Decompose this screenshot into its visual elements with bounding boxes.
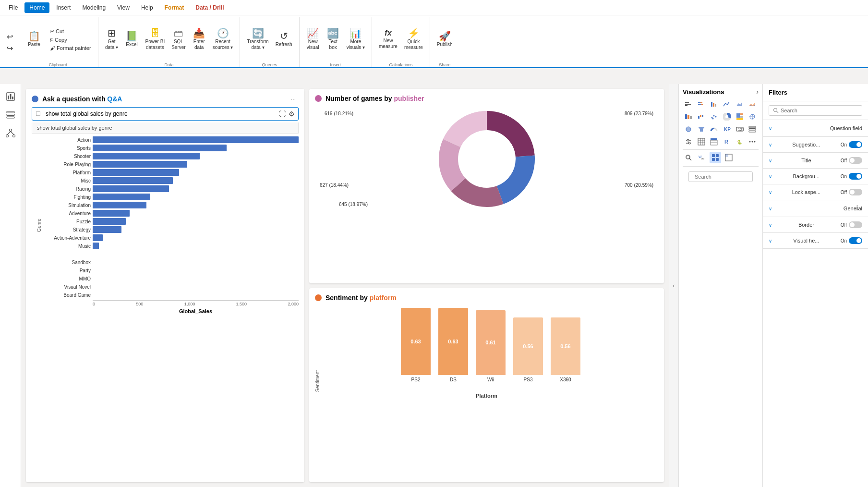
menu-format[interactable]: Format bbox=[160, 2, 189, 13]
viz-icon-line[interactable] bbox=[721, 98, 733, 110]
svg-rect-83 bbox=[712, 158, 715, 161]
menu-view[interactable]: View bbox=[112, 2, 134, 13]
excel-button[interactable]: 📗 Excel bbox=[122, 30, 142, 49]
bar-label: Visual Novel bbox=[40, 284, 91, 290]
new-measure-button[interactable]: fx Newmeasure bbox=[376, 28, 400, 51]
filters-search-input[interactable] bbox=[781, 108, 858, 113]
viz-icon-map[interactable] bbox=[747, 111, 758, 122]
viz-icon-slicer[interactable] bbox=[683, 136, 694, 147]
power-bi-datasets-button[interactable]: 🗄 Power BIdatasets bbox=[143, 27, 168, 52]
viz-icon-scatter[interactable] bbox=[708, 111, 720, 122]
qa-share-icon[interactable]: ⛶ bbox=[279, 110, 286, 118]
publish-button[interactable]: 🚀 Publish bbox=[434, 30, 456, 49]
viz-icon-treemap[interactable] bbox=[734, 111, 746, 122]
refresh-button[interactable]: ↺ Refresh bbox=[273, 30, 295, 49]
filters-search-icon bbox=[773, 108, 779, 113]
viz-icon-python[interactable]: 🐍 bbox=[734, 136, 746, 147]
panel-collapse-button[interactable]: ‹ bbox=[669, 84, 678, 487]
copy-button[interactable]: ⎘ Copy bbox=[47, 36, 94, 44]
viz-icon-more[interactable] bbox=[747, 136, 758, 147]
viz-icon-table[interactable] bbox=[696, 136, 707, 147]
text-box-button[interactable]: 🔤 Textbox bbox=[324, 27, 343, 52]
enter-data-button[interactable]: 📥 Enterdata bbox=[190, 27, 209, 52]
viz-icon-waterfall[interactable] bbox=[696, 111, 707, 122]
toggle-switch-border[interactable] bbox=[849, 221, 862, 228]
filter-general-row[interactable]: ∨ General bbox=[769, 204, 862, 213]
qa-suggestion[interactable]: show total global sales by genre bbox=[32, 122, 299, 134]
viz-icon-stacked-area[interactable] bbox=[747, 98, 758, 110]
menu-file[interactable]: File bbox=[4, 2, 23, 13]
quick-measure-button[interactable]: ⚡ Quickmeasure bbox=[401, 27, 426, 52]
transform-data-button[interactable]: 🔄 Transformdata ▾ bbox=[244, 27, 271, 52]
calculations-buttons: fx Newmeasure ⚡ Quickmeasure bbox=[376, 17, 426, 61]
menu-modeling[interactable]: Modeling bbox=[77, 2, 110, 13]
insert-buttons: 📈 Newvisual 🔤 Textbox 📊 Morevisuals ▾ bbox=[303, 17, 368, 61]
viz-icon-grid-2[interactable] bbox=[723, 152, 735, 163]
viz-icon-card[interactable]: 123 bbox=[734, 123, 746, 135]
sentiment-bar-ds: 0.63 bbox=[438, 308, 468, 375]
viz-icon-word-cloud[interactable]: Word bbox=[696, 152, 708, 163]
filter-lock-aspect-value: Off bbox=[841, 190, 847, 195]
bar-label: MMO bbox=[40, 276, 91, 281]
filter-background-toggle[interactable]: On bbox=[841, 173, 862, 180]
undo-button[interactable]: ↩ bbox=[5, 31, 15, 42]
toggle-switch-visual-header[interactable] bbox=[849, 237, 862, 244]
sql-icon: 🗃 bbox=[174, 28, 183, 38]
viz-panel-expand-icon[interactable]: › bbox=[756, 88, 759, 96]
get-data-button[interactable]: ⊞ Getdata ▾ bbox=[102, 27, 121, 52]
redo-button[interactable]: ↪ bbox=[5, 43, 15, 54]
menu-home[interactable]: Home bbox=[24, 2, 49, 13]
table-row: MMO bbox=[40, 275, 299, 282]
sidebar-icon-report[interactable] bbox=[2, 88, 19, 105]
bar-container bbox=[93, 136, 299, 143]
sentiment-bar-ps3: 0.56 bbox=[513, 317, 543, 375]
filter-border-toggle[interactable]: Off bbox=[841, 221, 862, 228]
new-visual-button[interactable]: 📈 Newvisual bbox=[303, 27, 323, 52]
filter-lock-aspect-toggle[interactable]: Off bbox=[841, 189, 862, 195]
svg-rect-45 bbox=[736, 113, 740, 118]
qa-settings-icon[interactable]: ⚙ bbox=[289, 110, 295, 118]
viz-icon-matrix[interactable] bbox=[708, 136, 720, 147]
qa-more-button[interactable]: ··· bbox=[288, 95, 299, 103]
toggle-switch-lock[interactable] bbox=[849, 189, 862, 195]
viz-icon-gauge[interactable] bbox=[708, 123, 720, 135]
recent-sources-button[interactable]: 🕐 Recentsources ▾ bbox=[210, 27, 236, 52]
qa-search-input[interactable] bbox=[32, 107, 299, 121]
viz-icon-r-visual[interactable]: R bbox=[721, 136, 733, 147]
svg-rect-22 bbox=[698, 102, 700, 103]
toggle-switch-suggestions[interactable] bbox=[849, 141, 862, 148]
publisher-card-header: Number of games by publisher bbox=[315, 95, 658, 102]
menu-data-drill[interactable]: Data / Drill bbox=[191, 2, 229, 13]
filter-title-toggle[interactable]: Off bbox=[841, 157, 862, 164]
viz-icon-funnel[interactable] bbox=[696, 123, 707, 135]
bar-container bbox=[93, 202, 299, 208]
enter-data-icon: 📥 bbox=[193, 28, 205, 38]
cut-button[interactable]: ✂ Cut bbox=[47, 27, 94, 36]
viz-icon-pie[interactable] bbox=[721, 111, 733, 122]
filter-question-field-row[interactable]: ∨ Question field bbox=[769, 124, 862, 133]
menu-help[interactable]: Help bbox=[136, 2, 158, 13]
qa-input-wrapper: ☐ ⛶ ⚙ bbox=[32, 107, 299, 121]
viz-icon-clustered-bar[interactable] bbox=[708, 98, 720, 110]
filter-suggestions-toggle[interactable]: On bbox=[841, 141, 862, 148]
viz-icon-grid-active[interactable] bbox=[710, 152, 721, 163]
sidebar-icon-data[interactable] bbox=[2, 106, 19, 123]
viz-icon-stacked-bar[interactable] bbox=[696, 98, 707, 110]
toggle-switch-background[interactable] bbox=[849, 173, 862, 180]
viz-icon-kpi[interactable]: KPI bbox=[721, 123, 733, 135]
viz-icon-search-2[interactable] bbox=[683, 152, 694, 163]
format-painter-button[interactable]: 🖌 Format painter bbox=[47, 44, 94, 52]
toggle-switch-title[interactable] bbox=[849, 157, 862, 164]
viz-icon-bar[interactable] bbox=[683, 98, 694, 110]
paste-button[interactable]: 📋 Paste bbox=[22, 30, 46, 49]
viz-icon-area[interactable] bbox=[734, 98, 746, 110]
viz-icon-filled-map[interactable] bbox=[683, 123, 694, 135]
viz-search-input[interactable] bbox=[695, 174, 761, 180]
sql-server-button[interactable]: 🗃 SQLServer bbox=[169, 27, 188, 52]
filter-visual-header-toggle[interactable]: On bbox=[841, 237, 862, 244]
viz-icon-multirow-card[interactable] bbox=[747, 123, 758, 135]
menu-insert[interactable]: Insert bbox=[51, 2, 75, 13]
more-visuals-button[interactable]: 📊 Morevisuals ▾ bbox=[344, 27, 368, 52]
viz-icon-ribbon[interactable] bbox=[683, 111, 694, 122]
sidebar-icon-model[interactable] bbox=[2, 124, 19, 142]
